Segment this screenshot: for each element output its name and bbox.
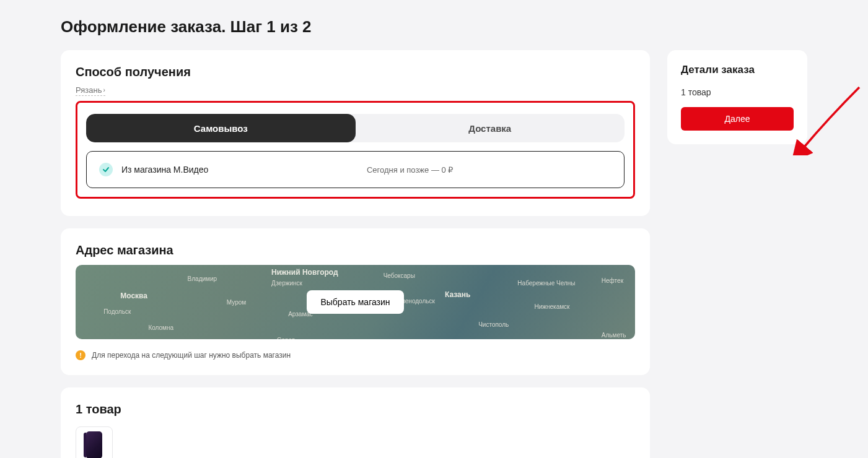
map-city-label: Чистополь <box>478 321 509 328</box>
map-city-label: Казань <box>445 290 470 299</box>
map-city-label: Нефтек <box>602 277 623 284</box>
map-city-label: Подольск <box>103 308 131 315</box>
order-details-heading: Детали заказа <box>681 64 794 76</box>
product-thumbnail[interactable] <box>76 426 113 458</box>
map-city-label: Набережные Челны <box>517 280 575 287</box>
store-address-heading: Адрес магазина <box>76 243 635 257</box>
delivery-method-heading: Способ получения <box>76 65 635 79</box>
map-city-label: Нижнекамск <box>534 303 569 310</box>
next-button[interactable]: Далее <box>681 107 794 131</box>
city-name: Рязань <box>76 85 102 95</box>
chevron-right-icon: › <box>103 87 105 93</box>
delivery-tabs: Самовывоз Доставка <box>86 114 625 142</box>
page-title: Оформление заказа. Шаг 1 из 2 <box>61 17 807 37</box>
map-city-label: Дзержинск <box>271 280 302 287</box>
pickup-option-row[interactable]: Из магазина М.Видео Сегодня и позже — 0 … <box>86 151 625 188</box>
map-city-label: Альметь <box>602 332 626 339</box>
map-city-label: Коломна <box>148 324 173 331</box>
order-details-card: Детали заказа 1 товар Далее <box>667 50 807 144</box>
warning-icon: ! <box>76 350 85 360</box>
map-city-label: Владимир <box>188 275 217 282</box>
items-card: 1 товар <box>61 387 650 458</box>
order-items-count: 1 товар <box>681 87 794 97</box>
delivery-method-card: Способ получения Рязань › Самовывоз Дост… <box>61 50 650 216</box>
warning-text: Для перехода на следующий шаг нужно выбр… <box>92 351 291 360</box>
map-city-label: Муром <box>227 299 246 306</box>
map-city-label: Москва <box>120 292 147 300</box>
pickup-option-info: Сегодня и позже — 0 ₽ <box>208 165 612 175</box>
tab-pickup[interactable]: Самовывоз <box>86 114 356 142</box>
store-address-card: Адрес магазина Выбрать магазин МоскваПод… <box>61 228 650 375</box>
select-store-button[interactable]: Выбрать магазин <box>307 290 403 314</box>
map-city-label: Чебоксары <box>384 272 415 279</box>
map-city-label: Саров <box>277 337 295 339</box>
product-image-icon <box>86 431 102 458</box>
side-column: Детали заказа 1 товар Далее <box>667 50 807 144</box>
map-preview: Выбрать магазин МоскваПодольскКоломнаВла… <box>76 265 635 339</box>
main-column: Способ получения Рязань › Самовывоз Дост… <box>61 50 650 458</box>
warning-row: ! Для перехода на следующий шаг нужно вы… <box>76 350 635 360</box>
radio-selected-icon <box>99 163 113 176</box>
map-city-label: Нижний Новгород <box>271 268 338 277</box>
items-heading: 1 товар <box>76 402 635 417</box>
tab-delivery[interactable]: Доставка <box>356 114 625 142</box>
highlight-box: Самовывоз Доставка Из магазина М.Видео С… <box>76 101 635 199</box>
city-selector-link[interactable]: Рязань › <box>76 85 105 96</box>
pickup-option-label: Из магазина М.Видео <box>121 165 208 175</box>
